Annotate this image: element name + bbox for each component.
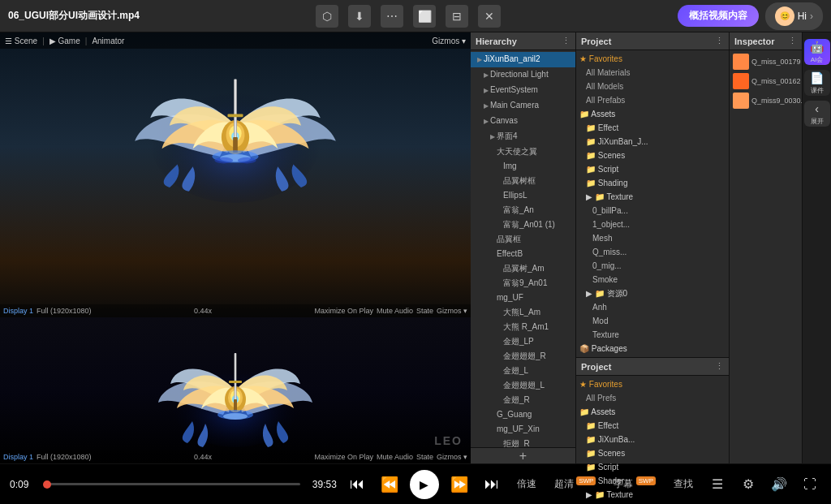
project-bottom-item[interactable]: 📁 Script	[576, 460, 729, 474]
project-top-item[interactable]: ▶ 📁 Texture	[576, 190, 729, 204]
project-top-item[interactable]: 📁 Script	[576, 162, 729, 176]
hierarchy-tree-item[interactable]: mg_UF_Xin	[471, 422, 575, 437]
close-icon[interactable]: ✕	[478, 5, 501, 28]
hierarchy-tree-item[interactable]: ▶Canvas	[471, 114, 575, 129]
hierarchy-menu-icon[interactable]: ⋮	[562, 36, 571, 46]
hierarchy-tree-item[interactable]: 金翅翅翅_R	[471, 349, 575, 364]
hierarchy-tree-item[interactable]: 品翼框	[471, 232, 575, 247]
project-top-item[interactable]: 📦 Packages	[576, 342, 729, 355]
project-top-item[interactable]: Q_miss...	[576, 245, 729, 259]
volume-icon-button[interactable]: 🔊	[768, 473, 790, 496]
project-bottom-menu[interactable]: ⋮	[715, 361, 724, 372]
subtitle-button[interactable]: 字幕 SWP	[609, 475, 661, 493]
expand-button[interactable]: ‹ 展开	[804, 101, 830, 127]
project-top-item[interactable]: 0_mig...	[576, 259, 729, 273]
next-frame-button[interactable]: ⏩	[447, 472, 471, 497]
hierarchy-tree-item[interactable]: 品翼树框	[471, 174, 575, 188]
maximize-label[interactable]: Maximize On Play	[314, 307, 373, 315]
skip-prev-button[interactable]: ⏮	[345, 472, 369, 497]
progress-bar[interactable]	[46, 483, 300, 485]
inspector-asset-item[interactable]: Q_miss_00162	[730, 71, 802, 91]
summary-button[interactable]: 概括视频内容	[678, 5, 759, 27]
animator-tab[interactable]: Animator	[92, 37, 124, 45]
hierarchy-tree-item[interactable]: ▶JiXunBan_anil2	[471, 52, 575, 67]
hierarchy-tree-item[interactable]: 品翼树_Am	[471, 261, 575, 276]
hierarchy-tree-item[interactable]: 金翅翅翅_L	[471, 378, 575, 393]
hierarchy-tree-item[interactable]: 金翅_LP	[471, 334, 575, 349]
ai-button[interactable]: 🤖 AI会	[804, 39, 830, 65]
project-top-item[interactable]: All Models	[576, 80, 729, 93]
speed-button[interactable]: 倍速	[512, 475, 541, 493]
play-button[interactable]: ▶	[410, 470, 439, 499]
project-top-item[interactable]: 📁 Assets	[576, 107, 729, 121]
settings-icon-button[interactable]: ⚙	[737, 473, 760, 496]
project-bottom-item[interactable]: 📁 Effect	[576, 419, 729, 433]
hierarchy-tree-item[interactable]: 富翁_An01 (1)	[471, 218, 575, 232]
inspector-asset-item[interactable]: Q_miss9_0030...	[730, 91, 802, 110]
skip-next-button[interactable]: ⏭	[480, 472, 504, 497]
hierarchy-tree-item[interactable]: ▶Main Camera	[471, 98, 575, 114]
project-top-item[interactable]: Mod	[576, 314, 729, 328]
project-top-item[interactable]: 📁 Effect	[576, 121, 729, 135]
course-button[interactable]: 📄 课件	[804, 70, 830, 96]
project-bottom-item[interactable]: 📁 Assets	[576, 405, 729, 419]
hi-button[interactable]: 😊 Hi ›	[765, 2, 823, 30]
hierarchy-tree-item[interactable]: ▶EventSystem	[471, 83, 575, 98]
project-top-item[interactable]: Anh	[576, 300, 729, 314]
clarity-button[interactable]: 超清 SWP	[549, 475, 601, 493]
mute-label[interactable]: Mute Audio	[377, 307, 413, 315]
download-icon[interactable]: ⬇	[348, 5, 371, 28]
project-top-item[interactable]: 0_billPa...	[576, 204, 729, 218]
fullscreen-icon-button[interactable]: ⛶	[799, 473, 821, 496]
window-icon[interactable]: ⬜	[413, 5, 436, 28]
gizmos-label[interactable]: Gizmos ▾	[437, 307, 467, 315]
search-button[interactable]: 查找	[669, 475, 698, 493]
hierarchy-tree-item[interactable]: 大熊 R_Am1	[471, 320, 575, 334]
project-top-item[interactable]: ▶ 📁 资源0	[576, 286, 729, 300]
project-top-item[interactable]: 1_object...	[576, 218, 729, 231]
hierarchy-tree-item[interactable]: mg_UF	[471, 291, 575, 305]
game-tab[interactable]: ▶ Game	[50, 37, 80, 45]
hierarchy-tree-item[interactable]: Img	[471, 159, 575, 174]
project-top-item[interactable]: ★ Favorites	[576, 52, 729, 66]
state-label[interactable]: State	[416, 307, 433, 315]
project-top-item[interactable]: 📁 JiXunBan_J...	[576, 135, 729, 149]
project-top-item[interactable]: Texture	[576, 328, 729, 342]
gizmos-btn[interactable]: Gizmos ▾	[432, 37, 466, 45]
hierarchy-tree-item[interactable]: 富翁_An	[471, 203, 575, 218]
hierarchy-tree-item[interactable]: 大天使之翼	[471, 144, 575, 159]
pip-icon[interactable]: ⊟	[446, 5, 468, 28]
list-icon-button[interactable]: ☰	[706, 473, 729, 496]
project-bottom-item[interactable]: All Prefs	[576, 391, 729, 405]
project-top-menu[interactable]: ⋮	[715, 36, 724, 46]
hierarchy-tree-item[interactable]: EllipsL	[471, 188, 575, 203]
prev-frame-button[interactable]: ⏪	[377, 472, 402, 497]
hierarchy-tree-item[interactable]: ▶Directional Light	[471, 67, 575, 83]
hierarchy-tree-item[interactable]: 拒翅_R	[471, 437, 575, 447]
hierarchy-tree-item[interactable]: G_Guang	[471, 407, 575, 422]
project-top-item[interactable]: 📁 Shading	[576, 176, 729, 190]
project-top-item[interactable]: All Prefabs	[576, 93, 729, 107]
project-top-item[interactable]: Mesh	[576, 231, 729, 245]
hierarchy-tree-item[interactable]: ▶界面4	[471, 129, 575, 144]
project-top-item[interactable]: All Materials	[576, 66, 729, 80]
hierarchy-add-button[interactable]: +	[471, 447, 575, 463]
hierarchy-tree-item[interactable]: EffectB	[471, 247, 575, 261]
project-bottom-item[interactable]: ★ Favorites	[576, 377, 729, 391]
scene-tab[interactable]: ☰ Scene	[5, 37, 37, 45]
maximize-small[interactable]: Maximize On Play	[314, 453, 373, 461]
mute-small[interactable]: Mute Audio	[377, 453, 413, 461]
hierarchy-tree-item[interactable]: 金翅_L	[471, 364, 575, 378]
share-icon[interactable]: ⬡	[316, 5, 338, 28]
project-top-item[interactable]: 📁 Scenes	[576, 149, 729, 162]
state-small[interactable]: State	[416, 453, 433, 461]
gizmos-small[interactable]: Gizmos ▾	[437, 453, 467, 461]
project-bottom-item[interactable]: 📁 JiXunBa...	[576, 433, 729, 446]
project-top-item[interactable]: Smoke	[576, 273, 729, 286]
more-icon[interactable]: ⋯	[381, 5, 403, 28]
hierarchy-tree-item[interactable]: 金翅_R	[471, 393, 575, 407]
project-bottom-item[interactable]: 📁 Scenes	[576, 446, 729, 460]
inspector-asset-item[interactable]: Q_miss_00179	[730, 52, 802, 71]
hierarchy-tree-item[interactable]: 大熊L_Am	[471, 305, 575, 320]
hierarchy-tree-item[interactable]: 富翁9_An01	[471, 276, 575, 291]
